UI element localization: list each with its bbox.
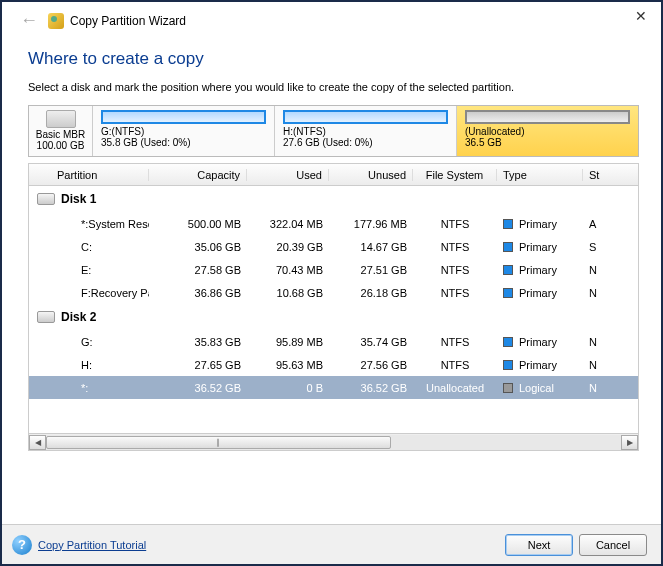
disk-size-label: 100.00 GB <box>29 140 92 151</box>
cell-capacity: 36.86 GB <box>149 287 247 299</box>
wizard-icon <box>48 13 64 29</box>
cell-status: S <box>583 241 601 253</box>
cell-status: N <box>583 336 601 348</box>
disk-segment[interactable]: G:(NTFS)35.8 GB (Used: 0%) <box>93 106 275 156</box>
segment-bar-icon <box>101 110 266 124</box>
cell-capacity: 36.52 GB <box>149 382 247 394</box>
cell-unused: 36.52 GB <box>329 382 413 394</box>
disk-type-label: Basic MBR <box>29 129 92 140</box>
cell-partition: C: <box>51 241 149 253</box>
cell-type: Primary <box>497 336 583 348</box>
cell-capacity: 35.83 GB <box>149 336 247 348</box>
col-capacity[interactable]: Capacity <box>149 169 247 181</box>
table-row[interactable]: C:35.06 GB20.39 GB14.67 GBNTFSPrimaryS <box>29 235 638 258</box>
disk-group-header[interactable]: Disk 2 <box>29 304 638 330</box>
col-filesystem[interactable]: File System <box>413 169 497 181</box>
cell-filesystem: NTFS <box>413 264 497 276</box>
table-row[interactable]: *:36.52 GB0 B36.52 GBUnallocatedLogicalN <box>29 376 638 399</box>
cell-capacity: 500.00 MB <box>149 218 247 230</box>
cell-used: 70.43 MB <box>247 264 329 276</box>
cell-type: Primary <box>497 218 583 230</box>
help-link[interactable]: Copy Partition Tutorial <box>38 539 146 551</box>
cell-type: Primary <box>497 241 583 253</box>
table-row[interactable]: F:Recovery Pa...36.86 GB10.68 GB26.18 GB… <box>29 281 638 304</box>
cell-status: N <box>583 382 601 394</box>
segment-title: H:(NTFS) <box>283 126 448 137</box>
cell-capacity: 27.58 GB <box>149 264 247 276</box>
cell-used: 20.39 GB <box>247 241 329 253</box>
table-row[interactable]: *:System Rese...500.00 MB322.04 MB177.96… <box>29 212 638 235</box>
cell-type: Primary <box>497 264 583 276</box>
cell-type: Primary <box>497 287 583 299</box>
drive-icon <box>37 311 55 323</box>
help-icon[interactable]: ? <box>12 535 32 555</box>
titlebar: ← Copy Partition Wizard <box>2 2 661 35</box>
segment-title: (Unallocated) <box>465 126 630 137</box>
cell-filesystem: NTFS <box>413 218 497 230</box>
table-row[interactable]: G:35.83 GB95.89 MB35.74 GBNTFSPrimaryN <box>29 330 638 353</box>
cell-unused: 27.51 GB <box>329 264 413 276</box>
scroll-thumb[interactable]: ∥ <box>46 436 391 449</box>
cell-filesystem: NTFS <box>413 359 497 371</box>
disk-icon <box>46 110 76 128</box>
scroll-left-icon[interactable]: ◀ <box>29 435 46 450</box>
type-color-icon <box>503 242 513 252</box>
segment-bar-icon <box>465 110 630 124</box>
next-button[interactable]: Next <box>505 534 573 556</box>
disk-group-name: Disk 1 <box>61 192 96 206</box>
disk-group-name: Disk 2 <box>61 310 96 324</box>
cell-unused: 27.56 GB <box>329 359 413 371</box>
col-type[interactable]: Type <box>497 169 583 181</box>
segment-bar-icon <box>283 110 448 124</box>
partition-table: Partition Capacity Used Unused File Syst… <box>28 163 639 451</box>
col-unused[interactable]: Unused <box>329 169 413 181</box>
cell-filesystem: NTFS <box>413 241 497 253</box>
disk-segment[interactable]: (Unallocated)36.5 GB <box>457 106 638 156</box>
type-color-icon <box>503 288 513 298</box>
cell-used: 0 B <box>247 382 329 394</box>
back-arrow-icon[interactable]: ← <box>20 10 38 31</box>
segment-detail: 35.8 GB (Used: 0%) <box>101 137 266 148</box>
cell-partition: H: <box>51 359 149 371</box>
cell-status: N <box>583 287 601 299</box>
drive-icon <box>37 193 55 205</box>
table-row[interactable]: H:27.65 GB95.63 MB27.56 GBNTFSPrimaryN <box>29 353 638 376</box>
segment-detail: 27.6 GB (Used: 0%) <box>283 137 448 148</box>
type-color-icon <box>503 219 513 229</box>
cell-partition: *: <box>51 382 149 394</box>
disk-summary[interactable]: Basic MBR 100.00 GB <box>29 106 93 156</box>
cell-status: N <box>583 359 601 371</box>
table-row[interactable]: E:27.58 GB70.43 MB27.51 GBNTFSPrimaryN <box>29 258 638 281</box>
page-subtext: Select a disk and mark the position wher… <box>28 81 639 93</box>
cell-capacity: 27.65 GB <box>149 359 247 371</box>
disk-group-header[interactable]: Disk 1 <box>29 186 638 212</box>
segment-title: G:(NTFS) <box>101 126 266 137</box>
page-heading: Where to create a copy <box>28 49 639 69</box>
cell-filesystem: NTFS <box>413 336 497 348</box>
cell-used: 10.68 GB <box>247 287 329 299</box>
cell-filesystem: NTFS <box>413 287 497 299</box>
col-status[interactable]: St <box>583 169 601 181</box>
close-icon[interactable]: ✕ <box>635 8 647 24</box>
type-color-icon <box>503 265 513 275</box>
col-partition[interactable]: Partition <box>51 169 149 181</box>
scroll-right-icon[interactable]: ▶ <box>621 435 638 450</box>
cell-unused: 14.67 GB <box>329 241 413 253</box>
cell-partition: F:Recovery Pa... <box>51 287 149 299</box>
cell-used: 95.89 MB <box>247 336 329 348</box>
cell-capacity: 35.06 GB <box>149 241 247 253</box>
type-color-icon <box>503 337 513 347</box>
cell-used: 322.04 MB <box>247 218 329 230</box>
cell-type: Logical <box>497 382 583 394</box>
cell-unused: 35.74 GB <box>329 336 413 348</box>
segment-detail: 36.5 GB <box>465 137 630 148</box>
disk-segment[interactable]: H:(NTFS)27.6 GB (Used: 0%) <box>275 106 457 156</box>
cell-type: Primary <box>497 359 583 371</box>
cancel-button[interactable]: Cancel <box>579 534 647 556</box>
cell-status: N <box>583 264 601 276</box>
table-header: Partition Capacity Used Unused File Syst… <box>29 164 638 186</box>
cell-partition: *:System Rese... <box>51 218 149 230</box>
horizontal-scrollbar[interactable]: ◀ ∥ ▶ <box>29 433 638 450</box>
cell-unused: 26.18 GB <box>329 287 413 299</box>
col-used[interactable]: Used <box>247 169 329 181</box>
